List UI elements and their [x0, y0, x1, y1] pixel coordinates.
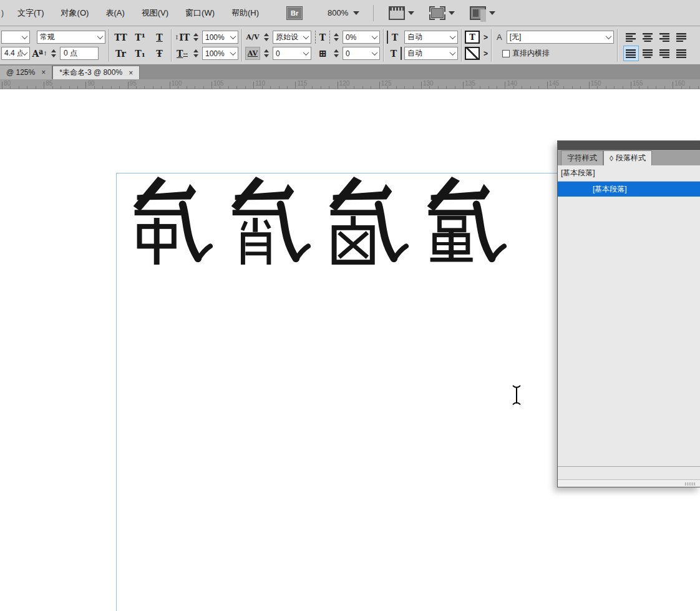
justify-all-icon[interactable]	[623, 46, 639, 61]
grid-jidori-stepper[interactable]	[333, 47, 340, 60]
vertical-scale-stepper[interactable]	[192, 31, 200, 44]
small-caps-toggle[interactable]: Tr	[112, 47, 129, 61]
horizontal-ruler[interactable]: 8085909510010511011512012513013514014515…	[0, 79, 700, 89]
underline-toggle[interactable]: T	[151, 31, 168, 44]
panel-tab-strip: 字符样式 ◊ 段落样式	[558, 150, 700, 165]
view-options-icon	[389, 6, 405, 20]
screen-mode-button[interactable]	[429, 6, 455, 20]
document-tab-active[interactable]: *未命名-3 @ 800% ×	[52, 66, 140, 79]
document-tab-inactive[interactable]: @ 125% ×	[0, 66, 52, 79]
chevron-down-icon	[22, 33, 28, 39]
chevron-down-icon	[450, 33, 456, 39]
tracking-combo[interactable]: 0	[273, 47, 311, 60]
ruler-label: 90	[87, 80, 94, 87]
baseline-shift-stepper[interactable]	[50, 47, 57, 60]
view-options-button[interactable]	[389, 6, 414, 20]
zoom-level-dropdown[interactable]: 800%	[328, 8, 359, 17]
horizontal-scale-stepper[interactable]	[192, 47, 200, 60]
proportional-spacing-stepper[interactable]	[333, 31, 340, 44]
justify-last-left-icon[interactable]	[674, 29, 689, 45]
tracking-icon: AV	[245, 47, 260, 60]
horizontal-scale-icon: T↔	[175, 47, 190, 60]
tatechuyoko-checkbox[interactable]	[502, 50, 510, 57]
tab-paragraph-styles[interactable]: ◊ 段落样式	[603, 150, 652, 165]
kerning-combo[interactable]: 原始设	[273, 31, 311, 44]
styles-panel: 字符样式 ◊ 段落样式 [基本段落] [基本段落]	[557, 140, 700, 487]
close-icon[interactable]: ×	[129, 69, 133, 77]
font-family-combo[interactable]	[1, 31, 30, 44]
subscript-toggle[interactable]: T₁	[132, 47, 148, 61]
style-list-item[interactable]: [基本段落]	[558, 182, 700, 197]
menu-item-4[interactable]: 视图(V)	[142, 7, 168, 19]
chevron-down-icon	[230, 49, 236, 56]
menu-separator	[373, 5, 374, 21]
panel-footer	[558, 466, 700, 479]
panel-resize-grip[interactable]	[558, 479, 700, 487]
canvas-glyph-2	[217, 175, 311, 267]
chevron-down-icon	[353, 11, 359, 15]
horizontal-scale-combo[interactable]: 100%	[202, 47, 238, 60]
aki-before-combo[interactable]: 自动	[404, 31, 458, 44]
ruler-label: 135	[465, 80, 475, 87]
canvas-glyph-3	[315, 175, 409, 267]
panel-separator	[241, 29, 242, 62]
strikethrough-toggle[interactable]: Ŧ	[151, 47, 168, 61]
proportional-spacing-combo[interactable]: 0%	[343, 31, 380, 44]
menu-item-6[interactable]: 帮助(H)	[231, 7, 259, 19]
align-right-icon[interactable]	[657, 29, 673, 45]
justify-force-icon[interactable]	[674, 46, 689, 61]
stroke-color-swatch[interactable]	[465, 47, 480, 60]
tatechuyoko-label: 直排内横排	[512, 48, 550, 59]
bridge-button[interactable]: Br	[286, 6, 303, 20]
grid-jidori-combo[interactable]: 0	[343, 47, 380, 60]
ruler-label: 95	[130, 80, 137, 87]
justify-last-center-icon[interactable]	[640, 46, 656, 61]
fill-expand-arrow[interactable]: >	[484, 33, 488, 42]
arrange-documents-icon	[470, 6, 486, 20]
vertical-scale-combo[interactable]: 100%	[202, 31, 238, 44]
character-style-combo[interactable]: [无]	[507, 31, 614, 44]
justify-last-right-icon[interactable]	[657, 46, 673, 61]
ruler-label: 140	[507, 80, 517, 87]
panel-separator	[383, 29, 384, 62]
paragraph-align-group	[623, 29, 689, 61]
diamond-icon: ◊	[610, 154, 613, 163]
canvas-glyph-1	[119, 175, 213, 267]
ruler-label: 120	[339, 80, 350, 87]
menu-item-1[interactable]: 文字(T)	[17, 7, 44, 19]
glyph-text-row	[119, 175, 507, 267]
menu-bar: ) 文字(T)对象(O)表(A)视图(V)窗口(W)帮助(H) Br 800%	[0, 0, 700, 26]
baseline-shift-field[interactable]: 0 点	[60, 47, 99, 60]
style-list: [基本段落]	[558, 182, 700, 466]
chevron-down-icon	[372, 49, 378, 56]
superscript-toggle[interactable]: T¹	[132, 31, 148, 44]
character-control-panel: 常规 4.4 点 Aª↑ 0 点 TT T¹ T Tr T₁ Ŧ	[0, 26, 700, 65]
panel-title-bar[interactable]	[558, 141, 700, 150]
align-left-icon[interactable]	[623, 29, 639, 45]
font-size-combo[interactable]: 4.4 点	[1, 47, 30, 60]
aki-after-combo[interactable]: 自动	[404, 47, 458, 60]
ruler-label: 145	[549, 80, 560, 87]
ruler-label: 130	[423, 80, 434, 87]
kerning-stepper[interactable]	[263, 31, 270, 44]
fill-color-swatch[interactable]: T	[465, 31, 480, 44]
vertical-scale-icon: ↕IT	[175, 31, 190, 44]
menu-item-3[interactable]: 表(A)	[105, 7, 124, 19]
tab-character-styles[interactable]: 字符样式	[561, 150, 603, 165]
text-frame-left-edge	[116, 173, 117, 611]
applied-style-field[interactable]: [基本段落]	[558, 165, 700, 182]
menu-item-2[interactable]: 对象(O)	[61, 7, 89, 19]
chevron-down-icon	[372, 33, 378, 39]
align-center-icon[interactable]	[640, 29, 656, 45]
ruler-label: 105	[213, 80, 224, 87]
ruler-label: 85	[46, 80, 52, 87]
ruler-label: 100	[172, 80, 182, 87]
proportional-spacing-icon: T	[315, 31, 330, 44]
font-style-combo[interactable]: 常规	[37, 31, 105, 44]
stroke-expand-arrow[interactable]: >	[484, 49, 488, 58]
tracking-stepper[interactable]	[263, 47, 270, 60]
arrange-documents-button[interactable]	[470, 6, 495, 20]
all-caps-toggle[interactable]: TT	[112, 31, 129, 44]
close-icon[interactable]: ×	[41, 68, 46, 77]
menu-item-5[interactable]: 窗口(W)	[185, 7, 215, 19]
